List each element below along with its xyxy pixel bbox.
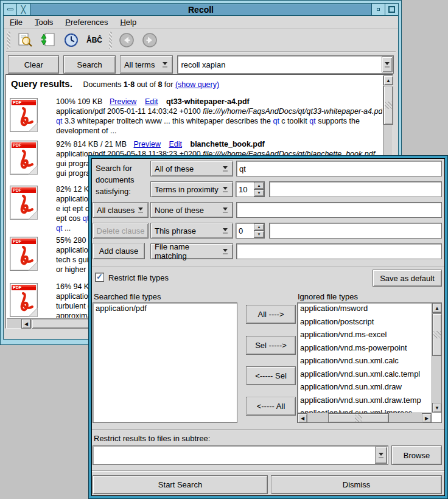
list-item[interactable]: application/vnd.sun.xml.draw bbox=[298, 382, 432, 395]
maximize-icon[interactable] bbox=[385, 4, 398, 15]
save-as-default-button[interactable]: Save as default bbox=[373, 270, 442, 287]
chevron-down-icon bbox=[222, 187, 229, 192]
add-clause-button[interactable]: Add clause bbox=[93, 243, 145, 259]
preview-link[interactable]: Preview bbox=[110, 97, 136, 106]
pdf-icon[interactable] bbox=[10, 283, 38, 317]
dismiss-button[interactable]: Dismiss bbox=[271, 475, 442, 494]
proximity-spinbox[interactable]: ▲▼ bbox=[236, 181, 265, 197]
subtree-label: Restrict results to files in subtree: bbox=[94, 434, 210, 443]
list-item[interactable]: application/vnd.ms-powerpoint bbox=[298, 343, 432, 356]
result-snippet: qt 3.3 whitepaper trolltech www ... this… bbox=[56, 116, 382, 126]
list-item[interactable]: application/pdf bbox=[93, 303, 237, 316]
conjunct-combo[interactable]: All clauses bbox=[93, 202, 149, 218]
list-item[interactable]: application/postscript bbox=[298, 316, 432, 330]
document-preview-icon[interactable] bbox=[16, 32, 33, 48]
pdf-icon[interactable] bbox=[10, 237, 38, 271]
search-type-combo[interactable]: All terms bbox=[120, 55, 173, 74]
ignored-hscrollbar[interactable]: ◀ ▶ bbox=[298, 413, 432, 422]
preview-link[interactable]: Preview bbox=[134, 140, 161, 148]
subtree-input[interactable] bbox=[94, 447, 371, 464]
clause-value-field-2[interactable] bbox=[269, 181, 442, 197]
move-sel-right-button[interactable]: Sel -----> bbox=[246, 336, 296, 355]
edit-link[interactable]: Edit bbox=[145, 97, 158, 106]
menu-help[interactable]: Help bbox=[120, 18, 136, 27]
toolbar-drag-handle-2[interactable] bbox=[109, 32, 112, 49]
phrase-slack-spinbox[interactable]: ▲▼ bbox=[236, 223, 265, 239]
clause-value-field-4[interactable] bbox=[269, 223, 442, 239]
list-item[interactable]: application/vnd.sun.xml.draw.temp bbox=[298, 395, 432, 408]
spin-up-icon[interactable]: ▲ bbox=[254, 223, 264, 231]
scroll-left-icon[interactable]: ◀ bbox=[298, 413, 307, 423]
history-icon[interactable] bbox=[63, 32, 80, 48]
list-item[interactable]: application/msword bbox=[298, 303, 432, 316]
spin-up-icon[interactable]: ▲ bbox=[254, 182, 264, 189]
chevron-down-icon bbox=[222, 249, 229, 254]
query-combo[interactable] bbox=[177, 55, 394, 74]
subtree-combo-arrow[interactable] bbox=[375, 447, 387, 464]
subtree-combo[interactable] bbox=[93, 445, 388, 465]
shade-icon[interactable] bbox=[371, 4, 385, 15]
query-input[interactable] bbox=[178, 57, 379, 72]
move-all-left-button[interactable]: <----- All bbox=[246, 397, 296, 416]
menu-preferences[interactable]: Preferences bbox=[65, 18, 108, 27]
scrollbar-thumb[interactable] bbox=[432, 313, 442, 356]
minimize-icon[interactable] bbox=[4, 4, 17, 15]
restrict-file-types-checkbox[interactable]: ✓ bbox=[95, 273, 104, 282]
clause-value-field-1[interactable] bbox=[236, 161, 442, 176]
searched-file-types-list[interactable]: application/pdf bbox=[93, 302, 237, 423]
move-sel-left-button[interactable]: <----- Sel bbox=[246, 366, 296, 385]
result-filename: blanchette_book.pdf bbox=[191, 140, 265, 148]
clear-button[interactable]: Clear bbox=[8, 55, 59, 74]
clause-type-combo-2[interactable]: Terms in proximity bbox=[150, 181, 233, 197]
list-item[interactable]: application/vnd.sun.xml.calc.templ bbox=[298, 369, 432, 382]
clause-type-combo-3[interactable]: None of these bbox=[150, 202, 233, 218]
scroll-down-icon[interactable]: ▼ bbox=[432, 403, 442, 413]
delete-clause-button[interactable]: Delete clause bbox=[93, 223, 149, 239]
back-icon[interactable] bbox=[118, 32, 135, 48]
ignored-file-types-list[interactable]: application/msword application/postscrip… bbox=[297, 302, 442, 423]
scroll-right-icon[interactable]: ▶ bbox=[422, 413, 432, 423]
clause-value-field-5[interactable] bbox=[236, 243, 442, 259]
list-item[interactable]: application/vnd.sun.xml.impress bbox=[298, 408, 432, 413]
menu-file[interactable]: File bbox=[10, 18, 23, 27]
separator bbox=[92, 470, 444, 472]
toolbar-drag-handle[interactable] bbox=[7, 32, 10, 49]
search-row: Clear Search All terms bbox=[4, 52, 398, 77]
ignored-vscrollbar[interactable]: ▲ ▼ bbox=[432, 303, 441, 413]
pdf-icon[interactable] bbox=[10, 98, 38, 132]
query-combo-arrow[interactable] bbox=[382, 57, 393, 72]
clause-value-field-3[interactable] bbox=[236, 202, 442, 218]
menu-tools[interactable]: Tools bbox=[35, 18, 53, 27]
separator bbox=[92, 429, 444, 430]
spin-down-icon[interactable]: ▼ bbox=[254, 231, 264, 238]
move-all-right-button[interactable]: All ----> bbox=[246, 305, 296, 324]
scroll-up-icon[interactable]: ▲ bbox=[383, 75, 393, 85]
clause-type-combo-4[interactable]: This phrase bbox=[150, 223, 233, 239]
scroll-up-icon[interactable]: ▲ bbox=[432, 303, 442, 313]
document-update-icon[interactable] bbox=[40, 32, 57, 48]
edit-link[interactable]: Edit bbox=[169, 140, 182, 148]
title-bar[interactable]: ╳ Recoll bbox=[3, 3, 399, 16]
spin-down-icon[interactable]: ▼ bbox=[254, 189, 264, 197]
list-item[interactable]: application/vnd.sun.xml.calc bbox=[298, 355, 432, 369]
browse-button[interactable]: Browse bbox=[391, 445, 442, 465]
forward-icon[interactable] bbox=[141, 32, 158, 48]
clause-type-combo-1[interactable]: All of these bbox=[150, 161, 233, 176]
pdf-icon[interactable] bbox=[10, 141, 38, 175]
scroll-left-icon[interactable]: ◀ bbox=[21, 319, 31, 329]
scrollbar-thumb[interactable] bbox=[383, 86, 393, 125]
result-snippet: development of ... bbox=[56, 126, 382, 136]
results-header: Query results. Documents 1-8 out of 8 fo… bbox=[11, 79, 219, 89]
term-explorer-icon[interactable]: ÅBĈ bbox=[86, 32, 103, 48]
start-search-button[interactable]: Start Search bbox=[93, 475, 268, 494]
results-count[interactable]: Documents 1-8 out of 8 for (show query) bbox=[83, 80, 219, 89]
scrollbar-thumb[interactable] bbox=[32, 319, 90, 329]
clause-type-combo-5[interactable]: File name matching bbox=[150, 243, 233, 259]
search-button[interactable]: Search bbox=[63, 55, 115, 74]
close-icon[interactable]: ╳ bbox=[17, 4, 30, 15]
list-item[interactable]: application/vnd.ms-excel bbox=[298, 329, 432, 343]
toolbar: ÅBĈ bbox=[4, 29, 398, 51]
ignored-file-types-label: Ignored file types bbox=[298, 292, 358, 301]
scrollbar-thumb[interactable] bbox=[328, 413, 389, 423]
pdf-icon[interactable] bbox=[10, 186, 38, 220]
